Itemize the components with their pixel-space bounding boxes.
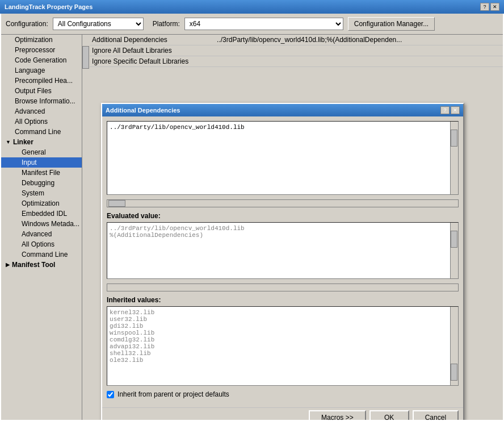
input-text-area-container: ../3rdParty/lib/opencv_world410d.lib <box>107 121 459 195</box>
modal-controls: ? ✕ <box>440 106 460 114</box>
input-text-content: ../3rdParty/lib/opencv_world410d.lib <box>110 124 456 131</box>
ok-button[interactable]: OK <box>369 410 409 420</box>
eval-hscrollbar[interactable] <box>107 284 459 291</box>
modal-help-button[interactable]: ? <box>440 106 450 114</box>
sidebar-section-linker[interactable]: ▼ Linker <box>1 137 82 147</box>
inherited-label: Inherited values: <box>107 296 459 304</box>
configuration-label: Configuration: <box>6 20 48 28</box>
window-title: LandingTrack Property Pages <box>5 3 93 10</box>
sidebar-item-debugging[interactable]: Debugging <box>1 178 82 188</box>
sidebar-item-advanced-cl[interactable]: Advanced <box>1 106 82 116</box>
additional-dependencies-dialog: Additional Dependencies ? ✕ ../3rdParty/… <box>101 103 464 420</box>
sidebar-linker-label: Linker <box>13 138 33 146</box>
sidebar-item-code-generation[interactable]: Code Generation <box>1 55 82 65</box>
sidebar-item-advanced-linker[interactable]: Advanced <box>1 229 82 239</box>
inherit-checkbox[interactable] <box>107 391 114 398</box>
sidebar-item-language[interactable]: Language <box>1 65 82 76</box>
cancel-button[interactable]: Cancel <box>413 410 459 420</box>
platform-select[interactable]: x64 <box>184 18 343 30</box>
eval-scroll-thumb[interactable] <box>451 231 457 248</box>
eval-container: ../3rdParty/lib/opencv_world410d.lib %(A… <box>107 222 459 279</box>
sidebar-manifest-tool-label: Manifest Tool <box>12 261 55 269</box>
sidebar-item-output-files[interactable]: Output Files <box>1 86 82 96</box>
title-bar: LandingTrack Property Pages ? ✕ <box>0 0 504 14</box>
inherited-scroll-thumb[interactable] <box>451 364 457 381</box>
modal-title-bar: Additional Dependencies ? ✕ <box>102 104 463 116</box>
inherited-line-8: ole32.lib <box>110 357 456 364</box>
sidebar-item-general-linker[interactable]: General <box>1 147 82 157</box>
platform-label: Platform: <box>153 20 180 28</box>
inherited-line-3: gdi32.lib <box>110 323 456 330</box>
sidebar-item-optimization[interactable]: Optimization <box>1 35 82 45</box>
help-button[interactable]: ? <box>480 3 489 11</box>
sidebar-section-manifest-tool[interactable]: ▶ Manifest Tool <box>1 260 82 270</box>
inherited-line-4: winspool.lib <box>110 330 456 336</box>
eval-label: Evaluated value: <box>107 212 459 220</box>
inherited-line-6: advapi32.lib <box>110 343 456 350</box>
main-panel: Additional Dependencies ../3rdParty/lib/… <box>90 35 503 420</box>
content-area: Optimization Preprocessor Code Generatio… <box>1 34 503 420</box>
manifest-arrow-icon: ▶ <box>6 262 10 268</box>
modal-close-button[interactable]: ✕ <box>451 106 460 114</box>
sidebar-scrollbar[interactable] <box>82 35 90 420</box>
modal-footer: Macros >> OK Cancel <box>102 407 463 420</box>
sidebar-scroll-thumb[interactable] <box>82 46 89 69</box>
sidebar-item-windows-metadata[interactable]: Windows Metada... <box>1 219 82 229</box>
sidebar-item-optimization-linker[interactable]: Optimization <box>1 198 82 209</box>
close-button[interactable]: ✕ <box>490 3 499 11</box>
modal-body: ../3rdParty/lib/opencv_world410d.lib Eva… <box>102 116 463 407</box>
inherit-checkbox-label: Inherit from parent or project defaults <box>117 390 229 398</box>
input-hscrollbar[interactable] <box>107 199 459 207</box>
eval-line-1: ../3rdParty/lib/opencv_world410d.lib <box>110 225 456 232</box>
title-bar-controls: ? ✕ <box>480 3 499 11</box>
eval-text: ../3rdParty/lib/opencv_world410d.lib %(A… <box>107 223 458 278</box>
sidebar-item-precompiled-headers[interactable]: Precompiled Hea... <box>1 76 82 86</box>
main-window: Configuration: All Configurations Platfo… <box>0 14 504 421</box>
sidebar-content: Optimization Preprocessor Code Generatio… <box>1 35 82 420</box>
sidebar-item-all-options-cl[interactable]: All Options <box>1 116 82 127</box>
inherited-line-5: comdlg32.lib <box>110 336 456 343</box>
inherited-scrollbar[interactable] <box>450 307 458 385</box>
linker-arrow-icon: ▼ <box>6 139 11 145</box>
sidebar-item-system[interactable]: System <box>1 188 82 198</box>
input-scrollbar[interactable] <box>450 122 458 194</box>
inherited-line-2: user32.lib <box>110 316 456 323</box>
configuration-manager-button[interactable]: Configuration Manager... <box>348 17 435 31</box>
sidebar-item-manifest-file[interactable]: Manifest File <box>1 168 82 178</box>
sidebar-item-all-options-linker[interactable]: All Options <box>1 239 82 249</box>
input-text-area[interactable]: ../3rdParty/lib/opencv_world410d.lib <box>107 122 458 194</box>
modal-title: Additional Dependencies <box>106 107 180 114</box>
macros-button[interactable]: Macros >> <box>309 410 366 420</box>
inherited-line-7: shell32.lib <box>110 350 456 357</box>
inherited-line-1: kernel32.lib <box>110 309 456 316</box>
configuration-select[interactable]: All Configurations <box>53 18 144 30</box>
sidebar-item-browse-info[interactable]: Browse Informatio... <box>1 96 82 106</box>
input-scroll-thumb[interactable] <box>451 130 457 147</box>
config-bar: Configuration: All Configurations Platfo… <box>1 14 503 34</box>
eval-line-2: %(AdditionalDependencies) <box>110 232 456 239</box>
sidebar-item-command-line-cl[interactable]: Command Line <box>1 127 82 137</box>
modal-overlay: Additional Dependencies ? ✕ ../3rdParty/… <box>90 35 503 420</box>
checkbox-row: Inherit from parent or project defaults <box>107 390 459 398</box>
input-hscroll-thumb[interactable] <box>108 200 125 207</box>
sidebar-item-command-line-linker[interactable]: Command Line <box>1 249 82 260</box>
inherited-text: kernel32.lib user32.lib gdi32.lib winspo… <box>107 307 458 385</box>
sidebar-item-embedded-idl[interactable]: Embedded IDL <box>1 209 82 219</box>
inherited-container: kernel32.lib user32.lib gdi32.lib winspo… <box>107 306 459 386</box>
eval-scrollbar[interactable] <box>450 223 458 278</box>
sidebar-item-preprocessor[interactable]: Preprocessor <box>1 45 82 55</box>
sidebar: Optimization Preprocessor Code Generatio… <box>1 35 90 420</box>
sidebar-item-input-linker[interactable]: Input <box>1 157 82 168</box>
